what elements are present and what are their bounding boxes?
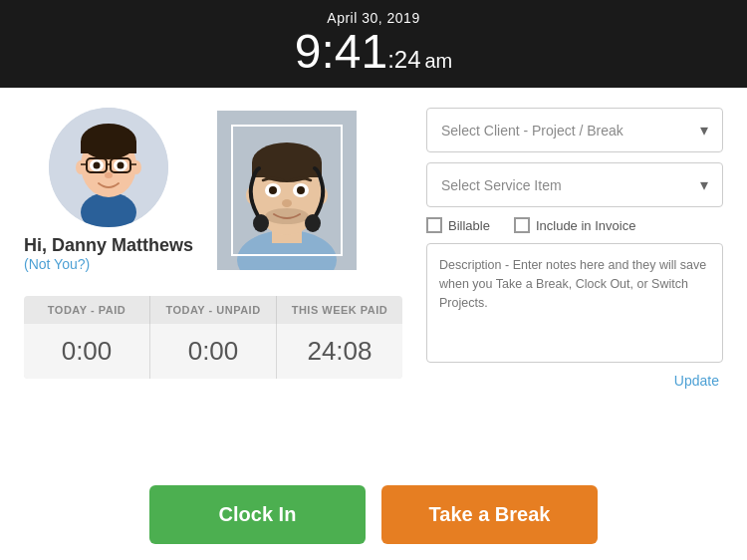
take-break-button[interactable]: Take a Break bbox=[381, 485, 598, 544]
client-project-label: Select Client - Project / Break bbox=[441, 123, 623, 139]
stats-container: TODAY - PAID TODAY - UNPAID THIS WEEK PA… bbox=[24, 296, 402, 379]
billable-label: Billable bbox=[448, 218, 490, 233]
not-you-link[interactable]: (Not You?) bbox=[24, 256, 193, 272]
stat-value-week-paid: 24:08 bbox=[277, 324, 402, 379]
billable-checkbox-box[interactable] bbox=[426, 217, 442, 233]
description-textarea[interactable] bbox=[426, 243, 723, 363]
svg-point-16 bbox=[105, 172, 113, 178]
face-scan-box bbox=[217, 111, 357, 270]
time-main: 9:41 bbox=[295, 25, 387, 78]
left-panel: Hi, Danny Matthews (Not You?) bbox=[24, 108, 402, 389]
stat-header-today-unpaid: TODAY - UNPAID bbox=[150, 296, 277, 324]
stat-value-today-paid: 0:00 bbox=[24, 324, 150, 379]
avatar-image bbox=[49, 108, 168, 227]
stats-values: 0:00 0:00 24:08 bbox=[24, 324, 402, 379]
current-time: 9:41:24am bbox=[0, 28, 747, 76]
scan-border-overlay bbox=[231, 125, 343, 256]
checkboxes-row: Billable Include in Invoice bbox=[426, 217, 723, 233]
billable-checkbox[interactable]: Billable bbox=[426, 217, 490, 233]
current-date: April 30, 2019 bbox=[0, 10, 747, 26]
svg-point-5 bbox=[76, 160, 86, 174]
time-seconds: :24 bbox=[387, 46, 420, 73]
stat-value-today-unpaid: 0:00 bbox=[150, 324, 277, 379]
service-item-dropdown[interactable]: Select Service Item ▾ bbox=[426, 162, 723, 207]
invoice-label: Include in Invoice bbox=[536, 218, 635, 233]
stats-header: TODAY - PAID TODAY - UNPAID THIS WEEK PA… bbox=[24, 296, 402, 324]
client-project-dropdown[interactable]: Select Client - Project / Break ▾ bbox=[426, 108, 723, 152]
svg-point-10 bbox=[118, 162, 124, 169]
user-info: Hi, Danny Matthews (Not You?) bbox=[24, 235, 193, 272]
service-item-label: Select Service Item bbox=[441, 177, 562, 193]
profile-avatar bbox=[49, 108, 168, 227]
stat-header-week-paid: THIS WEEK PAID bbox=[277, 296, 402, 324]
svg-rect-4 bbox=[81, 141, 136, 153]
update-link[interactable]: Update bbox=[426, 373, 723, 389]
avatars-section: Hi, Danny Matthews (Not You?) bbox=[24, 108, 402, 272]
svg-point-9 bbox=[94, 162, 101, 169]
svg-point-6 bbox=[131, 160, 141, 174]
main-content: Hi, Danny Matthews (Not You?) bbox=[0, 88, 747, 409]
user-greeting: Hi, Danny Matthews bbox=[24, 235, 193, 256]
clock-in-button[interactable]: Clock In bbox=[149, 485, 366, 544]
bottom-buttons: Clock In Take a Break bbox=[0, 469, 747, 560]
right-panel: Select Client - Project / Break ▾ Select… bbox=[426, 108, 723, 389]
stat-header-today-paid: TODAY - PAID bbox=[24, 296, 150, 324]
invoice-checkbox-box[interactable] bbox=[514, 217, 530, 233]
app-header: April 30, 2019 9:41:24am bbox=[0, 0, 747, 88]
service-dropdown-arrow: ▾ bbox=[700, 175, 708, 194]
client-dropdown-arrow: ▾ bbox=[700, 121, 708, 140]
invoice-checkbox[interactable]: Include in Invoice bbox=[514, 217, 635, 233]
time-ampm: am bbox=[425, 50, 453, 72]
